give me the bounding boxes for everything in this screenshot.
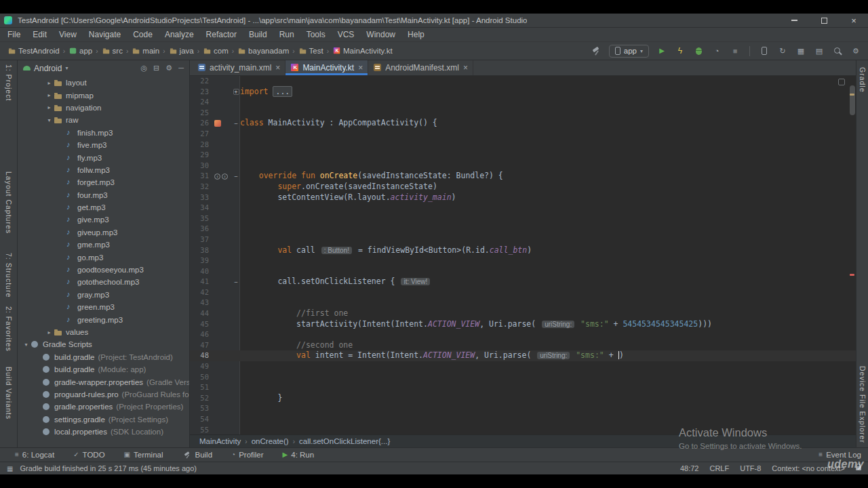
code-line-31[interactable]: 31↑↑− override fun onCreate(savedInstanc… [190, 171, 856, 182]
code-line-27[interactable]: 27 [190, 129, 856, 140]
code-line-38[interactable]: 38 val call : Button! = findViewById<But… [190, 245, 856, 256]
editor-breadcrumb-call-setonclicklistener[interactable]: call.setOnClickListener{...} [298, 437, 391, 445]
code-line-23[interactable]: 23+import ... [190, 87, 856, 98]
tree-item-gme-mp3[interactable]: gme.mp3 [18, 239, 189, 251]
override-icon[interactable]: ↑ [214, 174, 220, 180]
tree-collapse-icon[interactable]: ▾ [22, 342, 31, 348]
tree-item-settings-gradle[interactable]: settings.gradle(Project Settings) [18, 413, 189, 426]
tree-item-mipmap[interactable]: ▸mipmap [18, 89, 189, 101]
tree-item-values[interactable]: ▸values [18, 326, 189, 338]
code-line-52[interactable]: 52 } [190, 393, 856, 404]
code-line-54[interactable]: 54 [190, 414, 856, 425]
code-line-30[interactable]: 30 [190, 161, 856, 171]
tool-tab-1-project[interactable]: 1: Project [5, 64, 13, 101]
menu-view[interactable]: View [53, 30, 83, 39]
code-line-45[interactable]: 45 startActivity(Intent(Intent.ACTION_VI… [190, 319, 856, 330]
menu-help[interactable]: Help [401, 30, 431, 39]
code-line-44[interactable]: 44 //first one [190, 308, 856, 319]
toolwindow-profiler[interactable]: ◔Profiler [231, 451, 263, 459]
tree-expand-icon[interactable]: ▸ [45, 329, 54, 336]
menu-run[interactable]: Run [273, 30, 300, 39]
inspections-widget-icon[interactable] [838, 79, 845, 85]
breadcrumb-main[interactable]: main [131, 47, 160, 55]
tree-item-layout[interactable]: ▸layout [18, 77, 189, 89]
breadcrumb-testandroid[interactable]: TestAndroid [7, 47, 60, 55]
menu-build[interactable]: Build [243, 30, 273, 39]
code-line-33[interactable]: 33 setContentView(R.layout.activity_main… [190, 192, 856, 203]
menu-code[interactable]: Code [127, 30, 159, 39]
tool-tab-7-structure[interactable]: 7: Structure [5, 253, 13, 298]
tree-item-gradle-properties[interactable]: gradle.properties(Project Properties) [18, 401, 189, 413]
tab-activity-main-xml[interactable]: activity_main.xml× [193, 60, 285, 75]
code-line-53[interactable]: 53 [190, 403, 856, 414]
tree-item-build-gradle[interactable]: build.gradle(Project: TestAndroid) [18, 351, 189, 363]
tree-item-forget-mp3[interactable]: forget.mp3 [18, 176, 189, 188]
minimize-button[interactable] [789, 16, 799, 25]
run-configuration-select[interactable]: app▾ [609, 45, 649, 58]
class-icon[interactable] [214, 120, 221, 127]
settings-button[interactable]: ⚙ [850, 45, 861, 57]
code-line-24[interactable]: 24 [190, 97, 856, 108]
tree-item-proguard-rules-pro[interactable]: proguard-rules.pro(ProGuard Rules for [18, 388, 189, 401]
apply-changes-button[interactable]: ϟ [675, 45, 686, 57]
menu-edit[interactable]: Edit [26, 30, 53, 39]
close-button[interactable]: × [849, 16, 859, 25]
tab-close-icon[interactable]: × [463, 64, 468, 72]
tool-tab-2-favorites[interactable]: 2: Favorites [5, 306, 13, 352]
tab-close-icon[interactable]: × [358, 64, 363, 72]
menu-window[interactable]: Window [360, 30, 401, 39]
gradle-sync-button[interactable]: ↻ [777, 45, 788, 57]
editor-breadcrumb-mainactivity[interactable]: MainActivity [198, 437, 242, 445]
toolwindow-6-logcat[interactable]: ≡6: Logcat [15, 451, 54, 459]
menu-vcs[interactable]: VCS [332, 30, 361, 39]
tree-item-build-gradle[interactable]: build.gradle(Module: app) [18, 363, 189, 375]
tree-item-gotothechool-mp3[interactable]: gotothechool.mp3 [18, 276, 189, 288]
code-line-36[interactable]: 36 [190, 224, 856, 235]
code-line-32[interactable]: 32 super.onCreate(savedInstanceState) [190, 182, 856, 192]
tree-expand-icon[interactable]: ▸ [45, 104, 54, 110]
context-widget[interactable]: Context: <no context> [772, 464, 845, 472]
fold-marker[interactable]: + [233, 89, 239, 95]
code-line-34[interactable]: 34 [190, 203, 856, 214]
tree-collapse-icon[interactable]: ▾ [45, 117, 54, 123]
build-button[interactable] [591, 45, 601, 57]
code-line-46[interactable]: 46 [190, 329, 856, 340]
sdk-manager-button[interactable]: ▦ [795, 45, 806, 57]
tree-item-get-mp3[interactable]: get.mp3 [18, 201, 189, 214]
menu-file[interactable]: File [1, 30, 26, 39]
breadcrumb-test[interactable]: Test [298, 47, 324, 55]
tree-item-give-mp3[interactable]: give.mp3 [18, 214, 189, 226]
menu-tools[interactable]: Tools [300, 30, 332, 39]
code-line-51[interactable]: 51 [190, 382, 856, 393]
debug-button[interactable] [693, 45, 704, 57]
tool-tab-layout-captures[interactable]: Layout Captures [5, 171, 13, 234]
tree-item-gradle-wrapper-properties[interactable]: gradle-wrapper.properties(Gradle Versi [18, 375, 189, 388]
project-locate-icon[interactable]: ◎ [141, 64, 148, 72]
tree-item-green-mp3[interactable]: green.mp3 [18, 301, 189, 313]
menu-navigate[interactable]: Navigate [83, 30, 127, 39]
editor-scrollbar[interactable] [850, 85, 855, 115]
menu-refactor[interactable]: Refactor [200, 30, 243, 39]
project-collapse-all-icon[interactable]: ⊟ [153, 64, 159, 72]
error-stripe-mark[interactable] [850, 274, 854, 276]
code-line-37[interactable]: 37 [190, 235, 856, 245]
code-line-47[interactable]: 47 //second one [190, 340, 856, 351]
tree-item-greeting-mp3[interactable]: greeting.mp3 [18, 313, 189, 325]
code-line-26[interactable]: 26−class MainActivity : AppCompatActivit… [190, 118, 856, 129]
project-settings-icon[interactable]: ⚙ [165, 64, 172, 72]
project-view-selector[interactable]: Android ▾ [23, 64, 68, 73]
tree-item-navigation[interactable]: ▸navigation [18, 102, 189, 114]
maximize-button[interactable] [819, 16, 829, 25]
breadcrumb-com[interactable]: com [202, 47, 229, 55]
tool-tab-device-file-explorer[interactable]: Device File Explorer [859, 366, 867, 443]
code-line-55[interactable]: 55 [190, 425, 856, 434]
override-icon[interactable]: ↑ [222, 174, 228, 180]
breadcrumb-bayanadam[interactable]: bayanadam [237, 47, 290, 55]
caret-position-widget[interactable]: 48:72 [680, 464, 699, 472]
tree-item-finish-mp3[interactable]: finish.mp3 [18, 127, 189, 139]
line-separator-widget[interactable]: CRLF [709, 464, 729, 472]
tree-item-follw-mp3[interactable]: follw.mp3 [18, 164, 189, 176]
tree-item-gradle-scripts[interactable]: ▾Gradle Scripts [18, 338, 189, 350]
code-line-49[interactable]: 49 [190, 361, 856, 372]
toolwindow-build[interactable]: Build [182, 451, 213, 460]
